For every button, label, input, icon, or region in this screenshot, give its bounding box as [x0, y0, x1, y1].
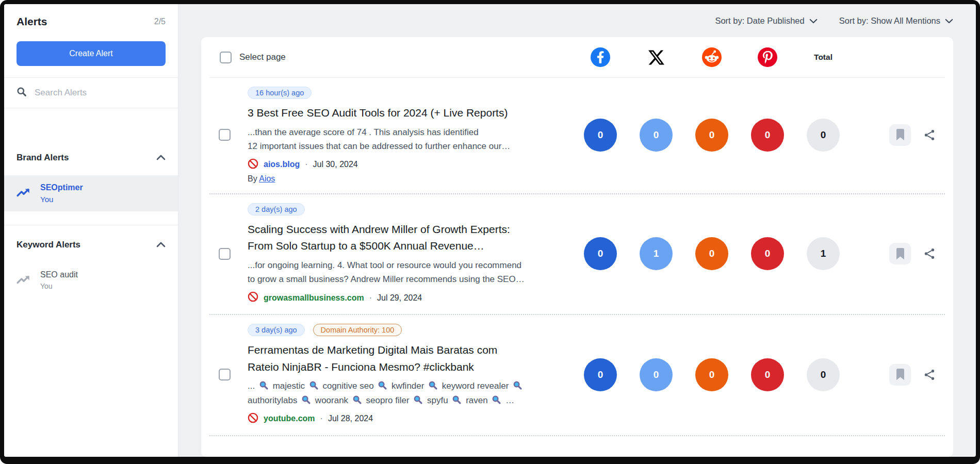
alert-name: SEO audit [40, 270, 78, 279]
chevron-up-icon[interactable] [156, 240, 166, 250]
main-panel: Sort by: Date Published Sort by: Show Al… [178, 4, 976, 457]
age-badge: 3 day(s) ago [248, 324, 305, 336]
bookmark-button[interactable] [889, 124, 911, 146]
keyword-alerts-label: Keyword Alerts [17, 240, 80, 250]
row-checkbox[interactable] [219, 369, 231, 380]
alerts-quota: 2/5 [154, 17, 166, 26]
source-domain-link[interactable]: growasmallbusiness.com [264, 293, 364, 303]
reddit-count: 0 [695, 358, 728, 391]
reddit-icon [684, 47, 740, 67]
search-icon [17, 87, 27, 99]
brand-alerts-section-header[interactable]: Brand Alerts [4, 153, 178, 163]
pinterest-count: 0 [751, 358, 784, 391]
x-count: 1 [640, 237, 673, 270]
app-window: Alerts 2/5 Create Alert Brand Alerts SEO… [4, 4, 976, 457]
mention-excerpt: ...for ongoing learning. 4. What tool or… [248, 258, 573, 286]
facebook-count: 0 [584, 358, 617, 391]
trend-up-icon [17, 187, 31, 200]
blocked-icon[interactable] [248, 291, 258, 304]
facebook-icon [573, 47, 628, 67]
alert-owner: You [40, 195, 83, 204]
chevron-up-icon[interactable] [156, 153, 166, 162]
reddit-count: 0 [695, 119, 728, 152]
screenshot-frame: Alerts 2/5 Create Alert Brand Alerts SEO… [0, 0, 980, 464]
total-column-header: Total [795, 53, 851, 62]
sort-by-mentions-dropdown[interactable]: Sort by: Show All Mentions [839, 16, 953, 26]
row-checkbox[interactable] [219, 248, 231, 260]
share-icon[interactable] [923, 369, 936, 381]
row-checkbox[interactable] [219, 129, 231, 141]
x-count: 0 [640, 358, 673, 391]
facebook-count: 0 [584, 237, 617, 270]
alert-owner: You [40, 282, 78, 290]
publish-date: Jul 28, 2024 [328, 414, 373, 423]
facebook-count: 0 [584, 119, 617, 152]
share-icon[interactable] [923, 129, 936, 141]
blocked-icon[interactable] [248, 412, 258, 425]
mentions-table-header: Select page [201, 37, 953, 77]
meta-separator: · [369, 293, 372, 303]
create-alert-button[interactable]: Create Alert [17, 41, 166, 66]
keyword-alerts-section-header[interactable]: Keyword Alerts [4, 240, 178, 250]
mention-title[interactable]: Ferramentas de Marketing Digital Mais Ba… [248, 342, 573, 375]
meta-separator: · [320, 414, 323, 423]
mentions-card: Select page [201, 37, 953, 457]
mention-row: 16 hour(s) ago 3 Best Free SEO Audit Too… [201, 78, 953, 193]
publish-date: Jul 30, 2024 [313, 160, 358, 169]
section-divider [4, 225, 178, 225]
mention-excerpt: ...than the average score of 74 . This a… [248, 125, 573, 153]
sidebar-item-seoptimer[interactable]: SEOptimer You [4, 175, 178, 211]
brand-alerts-label: Brand Alerts [17, 153, 69, 163]
total-count: 0 [807, 119, 840, 152]
alerts-sidebar: Alerts 2/5 Create Alert Brand Alerts SEO… [4, 4, 178, 457]
share-icon[interactable] [923, 247, 936, 260]
mention-title[interactable]: Scaling Success with Andrew Miller of Gr… [248, 221, 573, 255]
source-domain-link[interactable]: youtube.com [264, 414, 315, 423]
sidebar-title: Alerts [17, 15, 47, 28]
bookmark-button[interactable] [889, 243, 911, 264]
select-page-label: Select page [239, 52, 286, 62]
mention-content: 3 day(s) ago Domain Authority: 100 Ferra… [248, 324, 573, 425]
chevron-down-icon [945, 16, 953, 26]
topbar: Sort by: Date Published Sort by: Show Al… [201, 4, 953, 37]
chevron-down-icon [809, 16, 818, 26]
total-count: 0 [807, 358, 840, 391]
mention-title[interactable]: 3 Best Free SEO Audit Tools for 2024 (+ … [248, 105, 573, 122]
reddit-count: 0 [695, 237, 728, 270]
domain-authority-badge: Domain Authority: 100 [313, 324, 402, 336]
byline-prefix: By [248, 174, 257, 183]
sidebar-item-seo-audit[interactable]: SEO audit You [4, 262, 178, 298]
publish-date: Jul 29, 2024 [377, 293, 422, 303]
sort-by-date-dropdown[interactable]: Sort by: Date Published [715, 16, 817, 26]
meta-separator: · [305, 160, 307, 169]
search-alerts-input[interactable] [35, 88, 166, 98]
mention-row: 3 day(s) ago Domain Authority: 100 Ferra… [201, 315, 953, 435]
blocked-icon[interactable] [248, 158, 258, 171]
x-count: 0 [640, 119, 673, 152]
select-page-checkbox[interactable] [220, 52, 232, 63]
pinterest-count: 0 [751, 119, 784, 152]
mention-content: 2 day(s) ago Scaling Success with Andrew… [248, 203, 573, 304]
sort-by-date-label: Sort by: Date Published [715, 16, 804, 26]
bookmark-button[interactable] [889, 364, 911, 386]
sort-by-mentions-label: Sort by: Show All Mentions [839, 16, 940, 26]
mention-row: 2 day(s) ago Scaling Success with Andrew… [201, 194, 953, 314]
source-domain-link[interactable]: aios.blog [264, 160, 300, 169]
age-badge: 16 hour(s) ago [248, 87, 312, 99]
age-badge: 2 day(s) ago [248, 203, 305, 216]
search-alerts-field[interactable] [4, 77, 178, 108]
byline: By Aios [248, 174, 573, 184]
alert-name: SEOptimer [40, 183, 83, 192]
row-divider [209, 435, 945, 436]
mention-content: 16 hour(s) ago 3 Best Free SEO Audit Too… [248, 87, 573, 184]
mention-excerpt: ... majestic cognitive seo kwfinder keyw… [248, 379, 573, 407]
author-link[interactable]: Aios [259, 174, 275, 183]
pinterest-icon [740, 47, 795, 67]
x-icon [628, 49, 684, 65]
trend-up-icon [17, 274, 31, 287]
pinterest-count: 0 [751, 237, 784, 270]
total-count: 1 [807, 237, 840, 270]
